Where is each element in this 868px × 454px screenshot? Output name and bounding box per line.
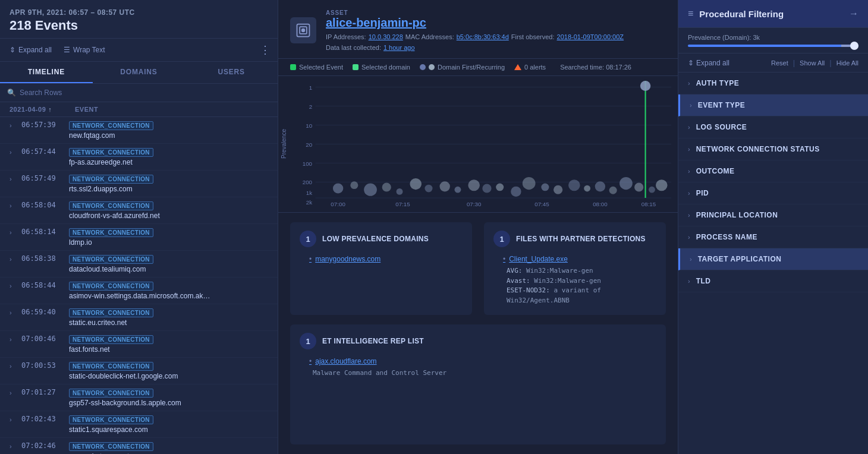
svg-point-2 [302,29,305,32]
event-row[interactable]: › 07:01:27 NETWORK_CONNECTION gsp57-ssl-… [0,384,278,411]
event-badge: NETWORK_CONNECTION [69,442,153,451]
filter-icon: ≡ [688,8,693,19]
svg-text:07:30: 07:30 [467,201,482,207]
event-domain: static-doubleclick-net.l.google.com [69,372,271,380]
filter-item-process-name[interactable]: › PROCESS NAME [678,226,868,248]
expand-all-filter-button[interactable]: ⇕ Expand all [688,59,729,67]
first-observed-value[interactable]: 2018-01-09T00:00:00Z [557,33,624,40]
legend-alerts: 0 alerts [514,64,546,71]
event-badge: NETWORK_CONNECTION [69,335,153,344]
tab-domains[interactable]: DOMAINS [93,62,185,83]
event-time: 07:01:27 [21,388,64,396]
event-row[interactable]: › 06:58:04 NETWORK_CONNECTION cloudfront… [0,197,278,224]
hide-all-link[interactable]: Hide All [836,59,858,67]
event-chevron-icon: › [10,309,17,316]
event-time: 06:58:44 [21,281,64,289]
card-item-file[interactable]: Client_Update.exe [493,253,656,265]
mac-label: MAC Addresses: [405,33,454,40]
expand-all-icon: ⇕ [688,59,694,67]
filter-item-network-connection-status[interactable]: › NETWORK CONNECTION STATUS [678,138,868,160]
card-item-domain1[interactable]: manygoodnews.com [300,253,463,265]
filter-item-log-source[interactable]: › LOG SOURCE [678,116,868,138]
filter-chevron-icon: › [688,124,690,131]
event-row[interactable]: › 06:58:14 NETWORK_CONNECTION ldmp.io [0,224,278,251]
wrap-text-label: Wrap Text [73,46,105,54]
filter-item-event-type[interactable]: › EVENT TYPE [678,94,868,116]
event-badge: NETWORK_CONNECTION [69,121,153,130]
event-row[interactable]: › 07:02:43 NETWORK_CONNECTION static1.sq… [0,411,278,438]
asset-name[interactable]: alice-benjamin-pc [326,16,666,30]
event-badge: NETWORK_CONNECTION [69,175,153,184]
mac-value[interactable]: b5:0c:8b:30:63:4d [457,33,509,40]
search-box[interactable]: 🔍 Search Rows [7,89,271,97]
prevalence-row: Prevalence (Domain): 3k [678,28,868,53]
show-all-link[interactable]: Show All [800,59,825,67]
prevalence-label: Prevalence (Domain): 3k [688,34,858,41]
event-row[interactable]: › 06:57:49 NETWORK_CONNECTION rts.ssl2.d… [0,171,278,197]
legend-selected-event: Selected Event [290,64,343,71]
event-content: NETWORK_CONNECTION fast.fonts.net [69,335,271,354]
reset-link[interactable]: Reset [771,59,788,67]
event-row[interactable]: › 07:00:46 NETWORK_CONNECTION fast.fonts… [0,331,278,358]
svg-text:07:15: 07:15 [395,201,410,207]
event-content: NETWORK_CONNECTION ldmp.io [69,228,271,247]
filter-label: NETWORK CONNECTION STATUS [696,145,820,153]
tab-timeline[interactable]: TIMELINE [0,62,93,83]
event-badge: NETWORK_CONNECTION [69,228,153,237]
event-time: 06:57:49 [21,174,64,182]
card-item-cloudflare[interactable]: ajax.cloudflare.com [300,355,656,367]
event-badge: NETWORK_CONNECTION [69,389,153,398]
svg-point-39 [634,182,643,191]
tabs-row: TIMELINE DOMAINS USERS [0,62,278,84]
filter-item-tld[interactable]: › TLD [678,270,868,292]
data-collected-value[interactable]: 1 hour ago [383,44,415,51]
filter-item-auth-type[interactable]: › AUTH TYPE [678,72,868,94]
slider-thumb[interactable] [850,42,858,50]
asset-info: ASSET alice-benjamin-pc IP Addresses: 10… [326,10,666,51]
event-row[interactable]: › 06:57:44 NETWORK_CONNECTION fp-as.azur… [0,144,278,171]
card-title-low: LOW PREVALENCE DOMAINS [322,235,429,243]
event-row[interactable]: › 06:58:44 NETWORK_CONNECTION asimov-win… [0,278,278,304]
svg-point-23 [410,178,422,190]
filter-item-target-application[interactable]: › TARGET APPLICATION [678,248,868,270]
event-domain: static1.squarespace.com [69,425,271,434]
event-content: NETWORK_CONNECTION asimov-win.settings.d… [69,281,271,300]
event-content: NETWORK_CONNECTION rts.ssl2.duapps.com [69,174,271,193]
expand-all-button[interactable]: ⇕ Expand all [7,45,54,55]
expand-icon: ⇕ [10,46,15,54]
right-arrow-icon[interactable]: → [849,8,858,19]
svg-point-41 [656,179,668,191]
filter-item-pid[interactable]: › PID [678,182,868,204]
event-chevron-icon: › [10,256,17,263]
col-date-header[interactable]: 2021-04-09 ↑ [10,106,75,113]
filter-item-principal-location[interactable]: › PRINCIPAL LOCATION [678,204,868,226]
wrap-text-button[interactable]: ☰ Wrap Text [61,45,108,55]
events-list[interactable]: › 06:57:39 NETWORK_CONNECTION new.fqtag.… [0,117,278,454]
event-row[interactable]: › 07:02:46 NETWORK_CONNECTION mmg.whatsa… [0,438,278,454]
prevalence-slider[interactable] [688,45,858,47]
event-row[interactable]: › 06:57:39 NETWORK_CONNECTION new.fqtag.… [0,117,278,144]
filter-chevron-icon: › [688,168,690,175]
event-row[interactable]: › 06:59:40 NETWORK_CONNECTION static.eu.… [0,304,278,331]
chart-area: Prevalence 1 2 10 20 100 200 1k 2k [278,76,678,213]
event-row[interactable]: › 07:00:53 NETWORK_CONNECTION static-dou… [0,358,278,384]
event-row[interactable]: › 06:58:38 NETWORK_CONNECTION datacloud.… [0,251,278,278]
svg-text:07:00: 07:00 [331,201,345,207]
svg-point-34 [568,179,580,191]
chart-container: 1 2 10 20 100 200 1k 2k [290,81,678,207]
filter-chevron-icon: › [690,256,692,263]
svg-text:08:15: 08:15 [641,201,656,207]
event-badge: NETWORK_CONNECTION [69,415,153,424]
asset-header: ASSET alice-benjamin-pc IP Addresses: 10… [278,0,678,59]
event-time: 06:57:44 [21,147,64,156]
svg-point-33 [553,185,562,194]
more-options-button[interactable]: ⋮ [260,43,271,56]
event-time: 06:59:40 [21,308,64,316]
event-time: 07:02:46 [21,442,64,450]
ip-value[interactable]: 10.0.30.228 [369,33,403,40]
filter-item-outcome[interactable]: › OUTCOME [678,160,868,182]
event-content: NETWORK_CONNECTION gsp57-ssl-background.… [69,388,271,407]
filter-label: TLD [696,277,711,285]
svg-text:08:00: 08:00 [593,201,608,207]
tab-users[interactable]: USERS [185,62,278,83]
